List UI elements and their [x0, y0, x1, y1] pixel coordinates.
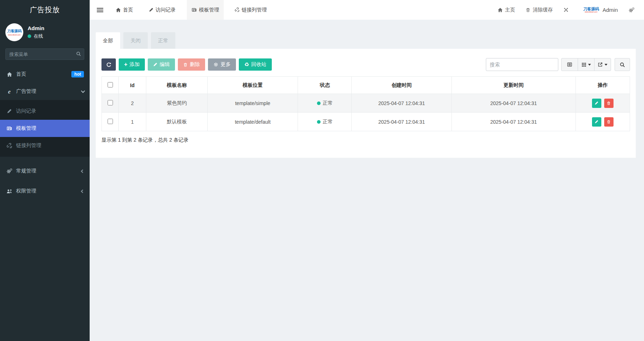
- filter-tab-all[interactable]: 全部: [96, 32, 120, 49]
- sidebar-search-input[interactable]: [5, 48, 84, 60]
- user-menu[interactable]: Admin: [602, 7, 618, 13]
- sidebar-item-ad-manage[interactable]: e 广告管理: [0, 83, 90, 100]
- edit-button[interactable]: 编辑: [148, 58, 175, 71]
- columns-dropdown-button[interactable]: [578, 58, 595, 71]
- recycle-bin-button[interactable]: ♻ 回收站: [239, 58, 271, 71]
- internet-explorer-icon: e: [6, 89, 13, 95]
- sidebar-item-template-manage[interactable]: 模板管理: [0, 120, 90, 137]
- filter-tab-normal[interactable]: 正常: [151, 32, 175, 49]
- tab-template-manage[interactable]: 模板管理: [187, 0, 224, 20]
- export-dropdown-button[interactable]: [594, 58, 611, 71]
- gears-icon: [629, 7, 635, 13]
- gear-icon: [213, 62, 218, 67]
- hot-badge: hot: [71, 71, 84, 77]
- cell-actions: [576, 94, 630, 113]
- sidebar-item-label: 常规管理: [16, 168, 36, 174]
- chevron-down-icon: [81, 89, 85, 93]
- fullscreen-button[interactable]: [563, 7, 571, 13]
- record-summary: 显示第 1 到第 2 条记录，总共 2 条记录: [101, 137, 630, 143]
- cell-created: 2025-04-07 12:04:31: [352, 94, 451, 113]
- tab-home[interactable]: 首页: [111, 0, 138, 20]
- avatar-logo-text: 刀客源码: [7, 29, 22, 34]
- cell-updated: 2025-04-07 12:04:31: [451, 94, 576, 113]
- sidebar-item-label: 模板管理: [16, 125, 36, 132]
- search-icon: [76, 51, 81, 56]
- toolbar: + 添加 编辑 删除 更多: [101, 58, 630, 71]
- sidebar-item-link-manage[interactable]: 链接列管理: [0, 137, 90, 154]
- detail-view-icon: [567, 62, 572, 67]
- home-icon: [6, 72, 13, 77]
- home-icon: [498, 8, 503, 13]
- brand-logo[interactable]: 刀客源码 www.dkewl.com: [583, 7, 599, 13]
- search-submit-button[interactable]: [615, 58, 630, 71]
- row-checkbox[interactable]: [108, 119, 113, 124]
- cell-created: 2025-04-07 12:04:31: [352, 113, 451, 131]
- user-status: 在线: [28, 33, 44, 39]
- sidebar-item-label: 广告管理: [16, 88, 36, 95]
- sidebar-item-label: 首页: [16, 71, 26, 77]
- chevron-left-icon: [81, 169, 85, 173]
- row-edit-button[interactable]: [592, 117, 601, 127]
- tab-link-manage[interactable]: 链接列管理: [230, 0, 271, 20]
- template-icon: [6, 126, 13, 131]
- tab-label: 访问记录: [156, 7, 176, 13]
- brand-logo-url: www.dkewl.com: [585, 11, 598, 13]
- cell-id: 2: [119, 94, 146, 113]
- homepage-label: 主页: [505, 7, 515, 13]
- sidebar-item-visit-log[interactable]: 访问记录: [0, 103, 90, 120]
- filter-tabs: 全部 关闭 正常: [96, 32, 636, 49]
- settings-button[interactable]: [629, 7, 637, 13]
- cell-updated: 2025-04-07 12:04:31: [451, 113, 576, 131]
- caret-down-icon: [605, 64, 607, 66]
- row-delete-button[interactable]: [604, 99, 614, 108]
- gears-icon: [6, 168, 13, 174]
- table-header-row: Id 模板名称 模板位置 状态 创建时间 更新时间 操作: [102, 77, 630, 94]
- tab-visit-log[interactable]: 访问记录: [144, 0, 180, 20]
- trash-icon: [183, 62, 188, 67]
- online-dot-icon: [28, 34, 31, 38]
- pencil-icon: [595, 101, 598, 105]
- home-icon: [116, 8, 121, 13]
- tab-label: 首页: [123, 7, 133, 13]
- view-options-group: [561, 58, 611, 71]
- cell-status: 正常: [298, 94, 352, 113]
- broken-link-icon: [235, 8, 240, 12]
- plus-icon: +: [124, 62, 127, 67]
- content-area: 全部 关闭 正常 + 添加 编辑: [90, 20, 644, 341]
- sidebar-item-home[interactable]: 首页 hot: [0, 66, 90, 83]
- pencil-icon: [149, 8, 153, 12]
- table-search-input[interactable]: [486, 58, 558, 71]
- detail-view-button[interactable]: [561, 58, 578, 71]
- column-header-updated: 更新时间: [451, 77, 576, 94]
- column-header-created: 创建时间: [352, 77, 451, 94]
- sidebar-submenu: 访问记录 模板管理 链接列管理: [0, 100, 90, 157]
- broken-link-icon: [6, 143, 13, 148]
- filter-tab-closed[interactable]: 关闭: [123, 32, 148, 49]
- clear-cache-label: 清除缓存: [532, 7, 553, 13]
- table-panel: + 添加 编辑 删除 更多: [96, 49, 636, 158]
- app-window: 广告投放 刀客源码 www.dkewl.com Admin 在线: [0, 0, 644, 341]
- refresh-icon: [106, 62, 112, 67]
- cell-name: 默认模板: [146, 113, 208, 131]
- row-checkbox[interactable]: [108, 100, 113, 105]
- refresh-button[interactable]: [101, 58, 116, 71]
- fullscreen-icon: [563, 7, 569, 13]
- search-icon: [620, 62, 625, 67]
- avatar: 刀客源码 www.dkewl.com: [5, 23, 23, 41]
- clear-cache-button[interactable]: 清除缓存: [526, 7, 553, 13]
- sidebar-item-general-manage[interactable]: 常规管理: [0, 162, 90, 180]
- add-button[interactable]: + 添加: [119, 58, 145, 71]
- more-button[interactable]: 更多: [208, 58, 236, 71]
- row-delete-button[interactable]: [604, 117, 614, 127]
- sidebar-toggle-button[interactable]: [90, 0, 111, 20]
- topbar: 首页 访问记录 模板管理 链接列管理 主页 清: [90, 0, 644, 20]
- row-edit-button[interactable]: [592, 99, 601, 108]
- select-all-checkbox[interactable]: [108, 82, 113, 87]
- trash-icon: [526, 8, 530, 13]
- trash-icon: [607, 101, 611, 105]
- app-title: 广告投放: [0, 0, 90, 20]
- topbar-right: 主页 清除缓存 刀客源码 www.dkewl.com Admin: [487, 0, 644, 20]
- sidebar-item-permission-manage[interactable]: 权限管理: [0, 183, 90, 200]
- delete-button[interactable]: 删除: [178, 58, 205, 71]
- homepage-link[interactable]: 主页: [498, 7, 515, 13]
